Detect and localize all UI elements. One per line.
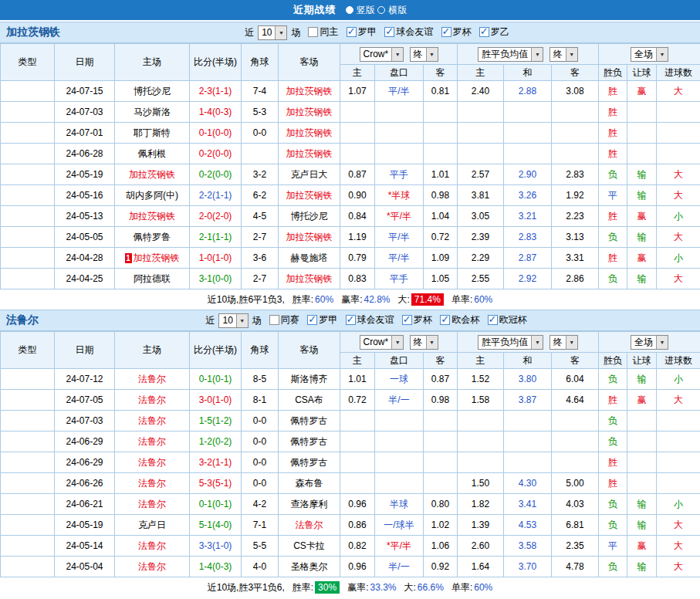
team-link[interactable]: 博托沙尼 <box>291 211 328 222</box>
team-link[interactable]: 佩利根 <box>138 148 166 159</box>
home-team-cell: 加拉茨钢铁 <box>115 206 190 227</box>
filter-checkbox[interactable]: 罗乙 <box>479 25 509 39</box>
team-link[interactable]: 佩特罗鲁 <box>134 232 171 242</box>
summary-part: 单率: <box>451 293 472 306</box>
result-wdl: 负 <box>599 557 627 577</box>
team-link[interactable]: 法鲁尔 <box>138 540 166 551</box>
team-link[interactable]: 加拉茨钢铁 <box>286 190 333 201</box>
team-link[interactable]: 佩特罗古 <box>291 436 328 447</box>
team-link[interactable]: 法鲁尔 <box>138 374 166 384</box>
result-wdl: 胜 <box>599 390 627 411</box>
match-count-select[interactable]: 10 ▼ <box>258 25 287 40</box>
team-link[interactable]: 赫曼施塔 <box>291 252 328 263</box>
avg-time-select[interactable]: 终 ▼ <box>550 47 578 62</box>
team-link[interactable]: 法鲁尔 <box>138 478 166 489</box>
filter-checkbox[interactable]: 罗甲 <box>347 25 377 39</box>
avg-draw-odds: 3.26 <box>504 185 552 206</box>
team-link[interactable]: 胡内多阿(中) <box>126 190 178 201</box>
team-link[interactable]: 耶丁斯特 <box>134 127 171 138</box>
odds-time-select[interactable]: 终 ▼ <box>410 335 438 350</box>
summary-part: 赢率: <box>341 293 362 306</box>
goals-result: 小 <box>657 494 700 515</box>
team-link[interactable]: 法鲁尔 <box>138 457 166 468</box>
score: 0-2(0-0) <box>190 144 242 164</box>
team-link[interactable]: 法鲁尔 <box>138 561 166 572</box>
team-link[interactable]: 加拉茨钢铁 <box>129 169 175 180</box>
checkbox-label: 球会友谊 <box>396 25 433 39</box>
team-link[interactable]: 加拉茨钢铁 <box>129 211 175 222</box>
avg-odds-select[interactable]: 胜平负均值 ▼ <box>478 47 543 62</box>
team-link[interactable]: 博托沙尼 <box>134 86 171 96</box>
team-section: 法鲁尔 近 10 ▼ 场 同赛 罗甲 球会友谊 罗杯 欧会杯 欧冠杯 <box>0 310 700 597</box>
team-link[interactable]: 佩特罗古 <box>291 457 328 468</box>
layout-radio-vertical[interactable]: 竖版 <box>346 4 375 17</box>
odds-company-select[interactable]: Crow* ▼ <box>360 335 404 350</box>
team-link[interactable]: 法鲁尔 <box>138 394 166 405</box>
team-link[interactable]: 加拉茨钢铁 <box>286 127 333 138</box>
filter-checkbox[interactable]: 欧会杯 <box>440 313 479 327</box>
filter-checkbox[interactable]: 罗甲 <box>307 313 337 327</box>
col-avg-home: 主 <box>458 65 504 81</box>
filter-checkbox[interactable]: 罗杯 <box>441 25 472 39</box>
team-link[interactable]: 圣格奥尔 <box>291 561 328 572</box>
team-link[interactable]: 马沙斯洛 <box>134 107 171 117</box>
goals-result: 大 <box>657 81 700 102</box>
team-link[interactable]: 加拉茨钢铁 <box>286 273 333 284</box>
col-away: 客场 <box>279 44 340 81</box>
match-date: 24-06-29 <box>55 431 115 452</box>
summary-part: 胜率: <box>293 293 313 306</box>
layout-radio-horizontal[interactable]: 横版 <box>377 4 407 17</box>
odds-time-select[interactable]: 终 ▼ <box>410 47 438 62</box>
filter-checkbox[interactable]: 罗杯 <box>402 313 432 327</box>
competition-badge: 罗甲 <box>1 515 55 536</box>
team-link[interactable]: 克卢日 <box>138 519 166 530</box>
avg-odds-value: 胜平负均值 <box>479 336 531 349</box>
checkbox-icon <box>384 27 394 37</box>
match-row: 球会友谊 24-07-03 马沙斯洛 1-4(0-3) 5-3 加拉茨钢铁 胜 <box>1 102 700 123</box>
team-link[interactable]: 加拉茨钢铁 <box>134 252 180 263</box>
handicap-home-odds: 0.96 <box>340 557 375 577</box>
chevron-down-icon: ▼ <box>656 336 668 349</box>
filter-checkbox[interactable]: 同主 <box>308 25 338 39</box>
away-team-cell: 圣格奥尔 <box>279 557 340 577</box>
team-link[interactable]: 佩特罗古 <box>291 415 328 426</box>
team-link[interactable]: 加拉茨钢铁 <box>286 86 333 96</box>
team-link[interactable]: 加拉茨钢铁 <box>286 232 333 242</box>
handicap-result: 输 <box>627 269 657 289</box>
handicap-line <box>375 123 424 144</box>
handicap-home-odds: 0.84 <box>340 206 375 227</box>
competition-badge: 球会友谊 <box>1 452 55 473</box>
handicap-away-odds: 0.92 <box>424 557 458 577</box>
avg-odds-select[interactable]: 胜平负均值 ▼ <box>478 335 543 350</box>
team-link[interactable]: 阿拉德联 <box>134 273 171 284</box>
team-link[interactable]: 法鲁尔 <box>138 436 166 447</box>
filter-checkbox[interactable]: 同赛 <box>269 313 299 327</box>
filter-checkbox[interactable]: 球会友谊 <box>346 313 394 327</box>
team-link[interactable]: CS卡拉 <box>293 540 325 551</box>
team-link[interactable]: 查洛摩利 <box>291 499 328 509</box>
team-link[interactable]: 加拉茨钢铁 <box>286 148 333 159</box>
match-date: 24-07-05 <box>55 390 115 411</box>
team-link[interactable]: 斯洛博齐 <box>291 374 328 384</box>
match-row: 球会友谊 24-07-01 耶丁斯特 0-1(0-0) 0-0 加拉茨钢铁 胜 <box>1 123 700 144</box>
filter-checkbox[interactable]: 球会友谊 <box>384 25 433 39</box>
odds-company-select[interactable]: Crow* ▼ <box>360 47 404 62</box>
odds-time-value: 终 <box>411 336 426 349</box>
avg-time-select[interactable]: 终 ▼ <box>550 335 578 350</box>
filter-checkbox[interactable]: 欧冠杯 <box>488 313 527 327</box>
scope-select[interactable]: 全场 ▼ <box>631 47 668 62</box>
team-link[interactable]: 法鲁尔 <box>138 499 166 509</box>
match-count-select[interactable]: 10 ▼ <box>218 313 248 328</box>
avg-home-odds <box>458 431 504 452</box>
match-date: 24-06-26 <box>55 473 115 494</box>
handicap-home-odds <box>340 411 375 431</box>
team-link[interactable]: 森布鲁 <box>296 478 323 489</box>
avg-away-odds: 3.31 <box>552 248 599 269</box>
team-link[interactable]: 法鲁尔 <box>296 519 323 530</box>
team-link[interactable]: 加拉茨钢铁 <box>286 107 333 117</box>
team-link[interactable]: 克卢日大 <box>291 169 328 180</box>
scope-select[interactable]: 全场 ▼ <box>631 335 668 350</box>
team-link[interactable]: CSA布 <box>295 394 323 405</box>
team-link[interactable]: 法鲁尔 <box>138 415 166 426</box>
handicap-line: 平手 <box>375 269 424 289</box>
